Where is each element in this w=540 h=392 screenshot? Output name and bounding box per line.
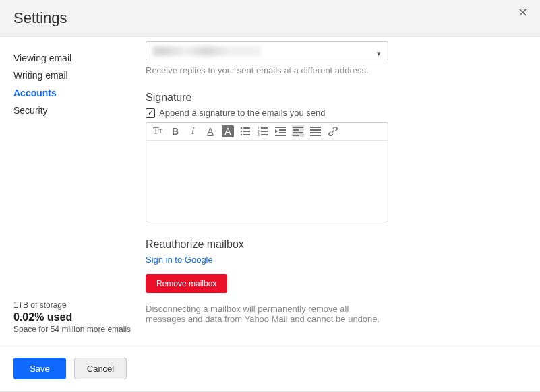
align-justify-icon[interactable]: [309, 125, 322, 137]
dialog-header: Settings ✕: [0, 0, 540, 37]
sidebar-item-security[interactable]: Security: [13, 102, 135, 119]
sidebar-item-accounts[interactable]: Accounts: [13, 84, 135, 102]
reply-to-select[interactable]: ▾: [146, 41, 388, 61]
signature-textarea[interactable]: [146, 141, 388, 222]
remove-mailbox-warning: Disconnecting a mailbox will permanently…: [146, 304, 388, 324]
close-icon[interactable]: ✕: [518, 7, 528, 19]
svg-rect-5: [243, 134, 250, 135]
highlight-icon[interactable]: A: [222, 125, 234, 137]
svg-rect-21: [310, 127, 321, 128]
storage-summary: 1TB of storage 0.02% used Space for 54 m…: [13, 300, 135, 341]
editor-toolbar: TT B I A A 123: [146, 123, 388, 141]
svg-point-0: [241, 127, 243, 129]
signature-checkbox-row[interactable]: ✓ Append a signature to the emails you s…: [146, 108, 388, 118]
svg-rect-3: [243, 127, 250, 129]
signature-editor: TT B I A A 123: [146, 122, 388, 222]
font-size-icon[interactable]: TT: [152, 125, 164, 137]
svg-rect-22: [310, 129, 321, 131]
svg-text:3: 3: [258, 133, 260, 136]
align-left-icon[interactable]: [292, 125, 304, 137]
svg-rect-15: [279, 132, 286, 133]
svg-point-1: [241, 131, 243, 133]
dialog-footer: Save Cancel: [0, 348, 540, 391]
sidebar-item-viewing-email[interactable]: Viewing email: [13, 49, 135, 67]
font-color-icon[interactable]: A: [204, 125, 216, 137]
link-icon[interactable]: [327, 125, 339, 137]
svg-rect-4: [243, 131, 250, 132]
numbered-list-icon[interactable]: 123: [257, 125, 269, 137]
signature-checkbox-label: Append a signature to the emails you sen…: [159, 108, 325, 118]
chevron-down-icon: ▾: [377, 49, 381, 58]
sidebar: Viewing email Writing email Accounts Sec…: [0, 37, 135, 348]
svg-rect-13: [279, 129, 286, 131]
storage-remaining: Space for 54 million more emails: [13, 325, 135, 334]
sign-in-google-link[interactable]: Sign in to Google: [146, 255, 213, 265]
signature-title: Signature: [146, 92, 388, 104]
svg-rect-23: [310, 132, 321, 133]
indent-icon[interactable]: [274, 125, 287, 137]
svg-rect-11: [261, 134, 268, 135]
reply-to-value: [153, 46, 261, 56]
save-button[interactable]: Save: [13, 358, 66, 379]
bold-icon[interactable]: B: [169, 125, 181, 137]
svg-rect-19: [293, 132, 303, 133]
svg-rect-17: [293, 127, 303, 128]
svg-point-2: [241, 134, 243, 136]
cancel-button[interactable]: Cancel: [74, 358, 127, 379]
storage-total: 1TB of storage: [13, 300, 135, 310]
remove-mailbox-button[interactable]: Remove mailbox: [146, 274, 227, 293]
reauthorize-title: Reauthorize mailbox: [146, 238, 388, 251]
svg-rect-16: [275, 135, 286, 136]
svg-rect-12: [275, 127, 286, 128]
italic-icon[interactable]: I: [187, 125, 199, 137]
settings-panel[interactable]: ▾ Receive replies to your sent emails at…: [135, 37, 540, 348]
svg-rect-24: [310, 135, 321, 136]
dialog-title: Settings: [13, 9, 527, 27]
svg-rect-20: [293, 135, 299, 136]
svg-rect-18: [293, 129, 299, 131]
svg-rect-9: [261, 127, 268, 129]
sidebar-item-writing-email[interactable]: Writing email: [13, 67, 135, 84]
reply-to-help: Receive replies to your sent emails at a…: [146, 65, 388, 75]
nav-list: Viewing email Writing email Accounts Sec…: [13, 49, 135, 119]
bullet-list-icon[interactable]: [239, 125, 251, 137]
storage-used: 0.02% used: [13, 311, 135, 323]
svg-marker-14: [275, 129, 278, 133]
checkbox-icon: ✓: [146, 108, 155, 118]
svg-rect-10: [261, 131, 268, 132]
